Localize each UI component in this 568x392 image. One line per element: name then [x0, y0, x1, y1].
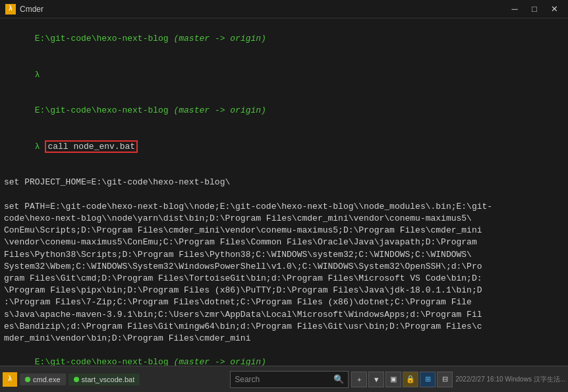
term-line: set PROJECT_HOME=E:\git-code\hexo-next-b… — [4, 177, 564, 188]
tab-label-vscode: start_vscode.bat — [82, 376, 135, 383]
term-line: E:\git-code\hexo-next-blog (master -> or… — [4, 93, 564, 129]
title-text: Cmder — [20, 5, 43, 14]
highlighted-command: call node_env.bat — [45, 140, 138, 153]
term-line: ConEmu\Scripts;D:\Program Files\cmder_mi… — [4, 225, 564, 237]
taskbar-action-buttons: + ▼ ▣ 🔒 ⊞ ⊟ — [351, 372, 453, 387]
taskbar-tab-cmd[interactable]: cmd.exe — [20, 374, 66, 385]
minimize-panel-button[interactable]: ⊟ — [437, 372, 453, 387]
window-controls: ─ □ ✕ — [506, 3, 563, 16]
tab-dropdown-button[interactable]: ▼ — [368, 372, 384, 387]
term-line: \vendor\conemu-maximus5\ConEmu;C:\Progra… — [4, 237, 564, 248]
taskbar-right-info: 2022/2/27 16:10 Windows 汉字生活... — [455, 375, 565, 384]
tab-label: cmd.exe — [33, 376, 61, 383]
grid-button[interactable]: ⊞ — [420, 372, 436, 387]
maximize-button[interactable]: □ — [526, 3, 543, 16]
title-bar-left: λ Cmder — [5, 4, 43, 14]
term-line: E:\git-code\hexo-next-blog (master -> or… — [4, 21, 564, 57]
app-icon: λ — [5, 4, 16, 14]
term-line: gram Files\Git\cmd;D:\Program Files\Tort… — [4, 273, 564, 285]
taskbar-app-icon: λ — [3, 372, 17, 387]
taskbar-tab-vscode[interactable]: start_vscode.bat — [69, 374, 140, 385]
term-line: s\Java\apache-maven-3.9.1\bin;C:\Users\z… — [4, 309, 564, 321]
term-line — [4, 189, 564, 201]
close-button[interactable]: ✕ — [546, 3, 563, 16]
term-line: :\Program Files\7-Zip;C:\Program Files\d… — [4, 296, 564, 308]
term-line: \Program Files\pipx\bin;D:\Program Files… — [4, 285, 564, 296]
term-line: Files\Python38\Scripts;D:\Program Files\… — [4, 249, 564, 261]
term-line: λ — [4, 57, 564, 94]
term-command-line: λ call node_env.bat — [4, 129, 564, 165]
split-button[interactable]: ▣ — [385, 372, 401, 387]
term-line: E:\git-code\hexo-next-blog (master -> or… — [4, 345, 564, 366]
title-bar: λ Cmder ─ □ ✕ — [0, 0, 568, 18]
term-line: set PATH=E:\git-code\hexo-next-blog\\nod… — [4, 201, 564, 213]
term-line: code\hexo-next-blog\\node\yarn\dist\bin;… — [4, 213, 564, 225]
terminal-content: E:\git-code\hexo-next-blog (master -> or… — [4, 21, 564, 366]
taskbar: λ cmd.exe start_vscode.bat 🔍 + ▼ ▣ 🔒 ⊞ ⊟… — [0, 366, 568, 392]
search-box[interactable]: 🔍 — [230, 371, 349, 388]
tab-dot-vscode — [74, 377, 79, 382]
lock-button[interactable]: 🔒 — [403, 372, 418, 387]
add-tab-button[interactable]: + — [351, 372, 367, 387]
term-line: es\Bandizip\;d:\Program Files\Git\mingw6… — [4, 321, 564, 333]
term-line: mder_mini\vendor\bin;D:\Program Files\cm… — [4, 333, 564, 345]
search-button[interactable]: 🔍 — [333, 374, 344, 384]
term-line — [4, 165, 564, 177]
search-input[interactable] — [235, 375, 333, 384]
tab-active-dot — [25, 377, 30, 382]
term-line: System32\Wbem;C:\WINDOWS\System32\Window… — [4, 261, 564, 273]
minimize-button[interactable]: ─ — [506, 3, 523, 16]
terminal-area[interactable]: E:\git-code\hexo-next-blog (master -> or… — [0, 18, 568, 366]
